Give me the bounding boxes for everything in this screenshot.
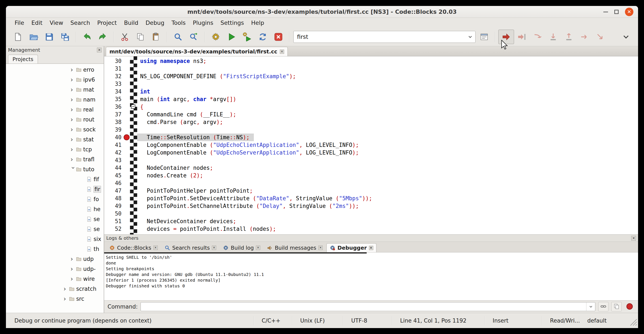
breakpoint-gutter[interactable]: [124, 118, 130, 126]
tab-projects[interactable]: Projects: [8, 55, 38, 64]
titlebar[interactable]: mnt/dev/tools/source/ns-3-dev/examples/t…: [6, 6, 638, 18]
copy-button[interactable]: [132, 30, 148, 44]
menu-view[interactable]: View: [46, 19, 67, 27]
line-number[interactable]: 51: [104, 217, 124, 225]
breakpoint-gutter[interactable]: [124, 172, 130, 179]
tree-item-ipv6[interactable]: ›ipv6: [6, 75, 104, 85]
fold-gutter[interactable]: [130, 172, 137, 179]
fold-gutter[interactable]: [130, 225, 137, 233]
code-line-36[interactable]: 36{: [104, 103, 638, 111]
editor-tab-close-icon[interactable]: ×: [280, 50, 284, 54]
tree-item-se[interactable]: se: [6, 224, 104, 234]
tree-item-stat[interactable]: ›stat: [6, 134, 104, 144]
code-line-52[interactable]: 52 devices = pointToPoint.Install (nodes…: [104, 225, 638, 233]
build-target-combobox[interactable]: first: [294, 31, 476, 43]
command-combobox[interactable]: [140, 302, 595, 311]
chevron-collapsed-icon[interactable]: ›: [64, 296, 69, 301]
code-line-44[interactable]: 44 NodeContainer nodes;: [104, 164, 638, 172]
chevron-collapsed-icon[interactable]: ›: [70, 67, 76, 73]
debugger-attach-button[interactable]: [598, 302, 608, 311]
line-number[interactable]: 39: [104, 126, 124, 134]
code-line-39[interactable]: 39: [104, 126, 638, 134]
fold-gutter[interactable]: [130, 156, 137, 164]
menu-search[interactable]: Search: [67, 19, 94, 27]
tree-item-six[interactable]: six: [6, 234, 104, 244]
command-dropdown-icon[interactable]: [586, 302, 595, 311]
step-into-button[interactable]: [545, 30, 561, 44]
chevron-down-button[interactable]: [618, 30, 634, 44]
save-all-button[interactable]: [57, 30, 73, 44]
tree-item-rout[interactable]: ›rout: [6, 114, 104, 124]
breakpoint-gutter[interactable]: [124, 225, 130, 233]
tree-item-scratch[interactable]: ›scratch: [6, 284, 104, 294]
code-line-41[interactable]: 41 LogComponentEnable ("UdpEchoClientApp…: [104, 141, 638, 149]
chevron-collapsed-icon[interactable]: ›: [70, 147, 76, 152]
debug-windows-button[interactable]: [476, 30, 492, 44]
code-line-38[interactable]: 38 cmd.Parse (argc, argv);: [104, 118, 638, 126]
editor-tab[interactable]: mnt/dev/tools/source/ns-3-dev/examples/t…: [106, 47, 288, 56]
close-button[interactable]: ✕: [625, 8, 634, 16]
step-into-instruction-button[interactable]: [592, 30, 608, 44]
tree-item-th[interactable]: th: [6, 244, 104, 254]
menu-debug[interactable]: Debug: [142, 19, 168, 27]
code-editor[interactable]: 30using namespace ns3;3132NS_LOG_COMPONE…: [104, 56, 638, 234]
line-number[interactable]: 35: [104, 95, 124, 103]
breakpoint-gutter[interactable]: [124, 195, 130, 202]
fold-gutter[interactable]: [130, 202, 137, 210]
log-tab-close-icon[interactable]: ×: [369, 246, 373, 250]
line-number[interactable]: 33: [104, 80, 124, 88]
line-number[interactable]: 32: [104, 73, 124, 80]
menu-settings[interactable]: Settings: [217, 19, 248, 27]
fold-gutter[interactable]: [130, 149, 137, 156]
code-line-42[interactable]: 42 LogComponentEnable ("UdpEchoServerApp…: [104, 149, 638, 156]
code-line-50[interactable]: 50: [104, 210, 638, 217]
line-number[interactable]: 48: [104, 195, 124, 202]
tree-item-tcp[interactable]: ›tcp: [6, 144, 104, 154]
breakpoint-gutter[interactable]: [124, 126, 130, 134]
paste-button[interactable]: [148, 30, 164, 44]
code-line-49[interactable]: 49 pointToPoint.SetChannelAttribute ("De…: [104, 202, 638, 210]
breakpoint-gutter[interactable]: [124, 57, 130, 65]
chevron-collapsed-icon[interactable]: ›: [70, 87, 76, 92]
abort-build-button[interactable]: [270, 30, 286, 44]
maximize-button[interactable]: [614, 10, 618, 14]
line-number[interactable]: 41: [104, 141, 124, 149]
fold-gutter[interactable]: [130, 164, 137, 172]
code-line-33[interactable]: 33: [104, 80, 638, 88]
menu-build[interactable]: Build: [120, 19, 142, 27]
breakpoint-gutter[interactable]: [124, 156, 130, 164]
log-tab-close-icon[interactable]: ×: [154, 246, 158, 250]
code-line-37[interactable]: 37 CommandLine cmd (__FILE__);: [104, 111, 638, 118]
menu-help[interactable]: Help: [248, 19, 268, 27]
tree-item-real[interactable]: ›real: [6, 105, 104, 114]
breakpoint-gutter[interactable]: [124, 111, 130, 118]
code-line-40[interactable]: 40 Time::SetResolution (Time::NS);: [104, 134, 638, 141]
code-line-48[interactable]: 48 pointToPoint.SetDeviceAttribute ("Dat…: [104, 195, 638, 202]
tree-item-fir[interactable]: fir: [6, 184, 104, 194]
line-number[interactable]: 37: [104, 111, 124, 118]
menu-project[interactable]: Project: [94, 19, 120, 27]
chevron-collapsed-icon[interactable]: ›: [70, 97, 76, 102]
chevron-collapsed-icon[interactable]: ›: [70, 266, 76, 272]
code-line-32[interactable]: 32NS_LOG_COMPONENT_DEFINE ("FirstScriptE…: [104, 73, 638, 80]
log-tab-close-icon[interactable]: ×: [318, 246, 323, 250]
next-instruction-button[interactable]: [577, 30, 592, 44]
fold-gutter[interactable]: [130, 217, 137, 225]
tree-item-trafl[interactable]: ›trafl: [6, 154, 104, 164]
logs-close-icon[interactable]: ×: [631, 236, 636, 240]
fold-gutter[interactable]: [130, 65, 137, 73]
build-target-dropdown-icon[interactable]: [465, 31, 475, 43]
next-line-button[interactable]: [530, 30, 545, 44]
line-number[interactable]: 34: [104, 88, 124, 95]
fold-gutter[interactable]: [130, 187, 137, 195]
tree-item-erro[interactable]: ›erro: [6, 65, 104, 75]
line-number[interactable]: 31: [104, 65, 124, 73]
fold-gutter[interactable]: [130, 118, 137, 126]
tree-item-se[interactable]: se: [6, 214, 104, 224]
chevron-collapsed-icon[interactable]: ›: [70, 256, 76, 262]
line-number[interactable]: 42: [104, 149, 124, 156]
chevron-expanded-icon[interactable]: ›: [70, 167, 76, 172]
tree-item-nam[interactable]: ›nam: [6, 95, 104, 105]
chevron-collapsed-icon[interactable]: ›: [70, 157, 76, 162]
tree-item-udp-[interactable]: ›udp-: [6, 264, 104, 274]
